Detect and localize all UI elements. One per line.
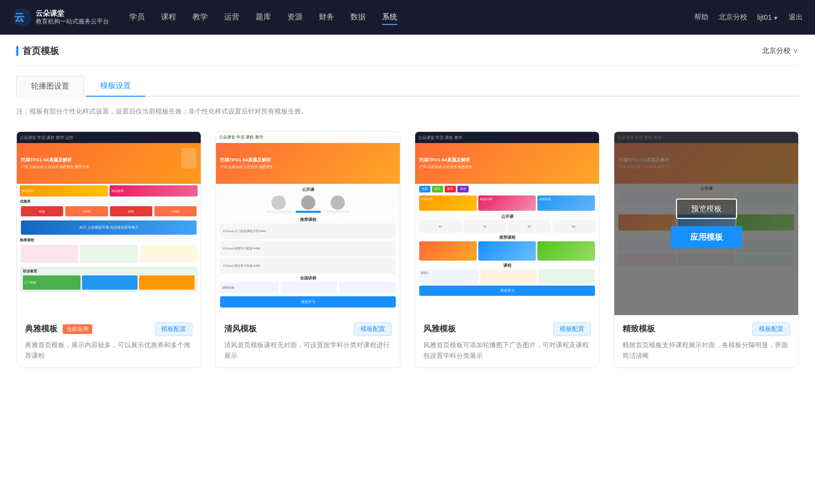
section-title-teacher: 全国讲师 <box>216 273 400 282</box>
page-header: 首页模板 北京分校 <box>16 35 799 66</box>
nav-course[interactable]: 课程 <box>161 10 176 25</box>
ad-banners-1: 新品课程 精品推荐 <box>17 184 201 198</box>
template-preview-dianyan: 云朵课堂 学员 课程 教学 运营 托福TPO1-54真题及解析沪深 品质达成·心… <box>17 132 201 315</box>
preview-mock-2: 云朵课堂 学员 课程 教学 托福TPO1-54真题及解析沪深 品质达成·心目追求… <box>216 132 400 315</box>
section-title-recommend: 推荐课程 <box>216 215 400 223</box>
template-footer-dianyan: 典雅模板 当前应用 模板配置 典雅首页模板，展示内容较多，可以展示优惠券和多个推… <box>17 315 201 368</box>
template-preview-qingfeng: 云朵课堂 学员 课程 教学 托福TPO1-54真题及解析沪深 品质达成·心目追求… <box>216 132 400 315</box>
mock-header-2: 云朵课堂 学员 课程 教学 <box>216 132 400 143</box>
nav-exam[interactable]: 题库 <box>256 10 271 25</box>
template-name-row-3: 风雅模板 模板配置 <box>423 322 591 336</box>
nav-data[interactable]: 数据 <box>350 10 366 25</box>
section-course-3: 课程 <box>415 261 599 269</box>
navbar: 云 云朵课堂 教育机构一站式服务云平台 学员 课程 教学 运营 题库 资源 财务… <box>0 0 815 35</box>
template-name-dianyan: 典雅模板 <box>25 324 58 334</box>
course-thumb-1 <box>21 245 78 263</box>
preview-mock-1: 云朵课堂 学员 课程 教学 运营 托福TPO1-54真题及解析沪深 品质达成·心… <box>17 132 201 315</box>
preview-mock-3: 云朵课堂 学员 课程 教学 托福TPO1-54真题及解析沪深 品质达成·心目追求… <box>415 132 599 315</box>
template-footer-qingfeng: 清风模板 模板配置 清风首页模板课程无封面，可设置按学科分类对课程进行展示 <box>216 315 400 368</box>
nav-operate[interactable]: 运营 <box>224 10 239 25</box>
branch-selector[interactable]: 北京分校 <box>762 46 799 55</box>
mock-banner-2: 托福TPO1-54真题及解析沪深 品质达成·心目追求·感恩师生 <box>216 143 400 184</box>
tag-2: 语文 <box>432 186 443 192</box>
course-row-3: 课程1 <box>415 269 599 284</box>
course-section-title-1: 推荐课程 <box>17 237 201 243</box>
note: 注：模板有部分个性化样式设置，设置后仅当前模板生效；非个性化样式设置后针对所有模… <box>16 107 799 116</box>
logo-icon: 云 <box>12 8 32 27</box>
mock-banner2-1: 30天 让你摆脱平庸 知识使你更有魅力 <box>21 220 197 235</box>
template-qingfeng: 云朵课堂 学员 课程 教学 托福TPO1-54真题及解析沪深 品质达成·心目追求… <box>215 131 400 368</box>
template-preview-fengya: 云朵课堂 学员 课程 教学 托福TPO1-54真题及解析沪深 品质达成·心目追求… <box>415 132 599 315</box>
nav-students[interactable]: 学员 <box>129 10 145 25</box>
help-link[interactable]: 帮助 <box>694 13 709 22</box>
template-name-row-4: 精致模板 模板配置 <box>622 322 790 336</box>
stat-row-3: ¥0 ¥1 ¥0 ¥0 <box>415 220 599 233</box>
mock-banner-1: 托福TPO1-54真题及解析沪深 品质达成·心目追求·感恩师生·携手共筑 <box>17 143 201 184</box>
vouchers-1: ¥30 +200 ¥30 +200 <box>17 204 201 218</box>
voucher-title: 优惠券 <box>17 198 201 204</box>
config-btn-dianyan[interactable]: 模板配置 <box>155 322 193 336</box>
recommend-row-3 <box>415 241 599 261</box>
course-thumb-3 <box>140 245 197 263</box>
banner-text-3: 托福TPO1-54真题及解析沪深 品质达成·心目追求·感恩师生 <box>419 157 472 170</box>
nav-finance[interactable]: 财务 <box>319 10 334 25</box>
nav-resource[interactable]: 资源 <box>287 10 303 25</box>
tab-template[interactable]: 模板设置 <box>86 76 145 97</box>
mock-banner-3: 托福TPO1-54真题及解析沪深 品质达成·心目追求·感恩师生 <box>415 143 599 184</box>
banner-text-2: 托福TPO1-54真题及解析沪深 品质达成·心目追求·感恩师生 <box>220 157 273 170</box>
nav-teach[interactable]: 教学 <box>193 10 208 25</box>
preview-template-button[interactable]: 预览模板 <box>676 199 737 219</box>
tag-1: 全部 <box>419 186 430 192</box>
teacher-list-2: 讲师名称 <box>216 282 400 293</box>
nav-system[interactable]: 系统 <box>382 10 397 25</box>
template-fengya: 云朵课堂 学员 课程 教学 托福TPO1-54真题及解析沪深 品质达成·心目追求… <box>415 131 600 368</box>
template-desc-fengya: 风雅首页模板可添加轮播图下广告图片，可对课程及课程包设置学科分类展示 <box>423 340 591 361</box>
course-rows-1 <box>17 243 201 265</box>
template-name-row-2: 清风模板 模板配置 <box>224 322 392 336</box>
tag-3: 数学 <box>445 186 456 192</box>
apply-template-button[interactable]: 应用模板 <box>671 226 742 248</box>
template-desc-dianyan: 典雅首页模板，展示内容较多，可以展示优惠券和多个推荐课程 <box>25 340 193 361</box>
tag-4: 英语 <box>457 186 469 192</box>
person-row-2 <box>216 193 400 215</box>
template-dianyan: 云朵课堂 学员 课程 教学 运营 托福TPO1-54真题及解析沪深 品质达成·心… <box>16 131 201 368</box>
template-jingzhi: 云朵课堂 学员 课程 教学 托福TPO1-54真题及解析沪深 品质达成·心目追求… <box>614 131 799 368</box>
hover-overlay: 预览模板 应用模板 <box>614 132 798 315</box>
section-public-3: 公开课 <box>415 212 599 220</box>
template-preview-jingzhi: 云朵课堂 学员 课程 教学 托福TPO1-54真题及解析沪深 品质达成·心目追求… <box>614 132 798 315</box>
nav-right: 帮助 北京分校 lijt01 退出 <box>694 13 803 22</box>
template-name-jingzhi: 精致模板 <box>622 324 655 334</box>
section-title-public: 公开课 <box>216 184 400 193</box>
recommend-list-2: PyTorch入门实战课程介绍 ¥499 PyTorch深度学习框架 ¥499 … <box>216 223 400 273</box>
banner-text-1: 托福TPO1-54真题及解析沪深 品质达成·心目追求·感恩师生·携手共筑 <box>21 157 89 170</box>
template-footer-jingzhi: 精致模板 模板配置 精致首页模板支持课程展示封面，各模板分隔明显，界面简洁清晰 <box>614 315 798 368</box>
ad-row-3: 全科特惠 精选好课 名师讲堂 <box>415 194 599 212</box>
branch-link[interactable]: 北京分校 <box>719 13 747 22</box>
template-desc-qingfeng: 清风首页模板课程无封面，可设置按学科分类对课程进行展示 <box>224 340 392 361</box>
course-thumb-2 <box>80 245 137 263</box>
config-btn-fengya[interactable]: 模板配置 <box>553 322 591 336</box>
logo-text: 云朵课堂 教育机构一站式服务云平台 <box>36 9 109 26</box>
logo[interactable]: 云 云朵课堂 教育机构一站式服务云平台 <box>12 8 109 27</box>
current-badge-dianyan: 当前应用 <box>63 324 92 334</box>
svg-text:云: 云 <box>14 12 24 23</box>
template-grid: 云朵课堂 学员 课程 教学 运营 托福TPO1-54真题及解析沪深 品质达成·心… <box>16 131 799 368</box>
template-desc-jingzhi: 精致首页模板支持课程展示封面，各模板分隔明显，界面简洁清晰 <box>622 340 790 361</box>
page-title: 首页模板 <box>16 45 59 57</box>
mock-header-3: 云朵课堂 学员 课程 教学 <box>415 132 599 143</box>
config-btn-qingfeng[interactable]: 模板配置 <box>354 322 392 336</box>
job-section-1: 职业教育 人工智能 <box>20 267 198 292</box>
config-btn-jingzhi[interactable]: 模板配置 <box>752 322 790 336</box>
page-content: 首页模板 北京分校 轮播图设置 模板设置 注：模板有部分个性化样式设置，设置后仅… <box>0 35 815 504</box>
template-footer-fengya: 风雅模板 模板配置 风雅首页模板可添加轮播图下广告图片，可对课程及课程包设置学科… <box>415 315 599 368</box>
nav-items: 学员 课程 教学 运营 题库 资源 财务 数据 系统 <box>129 10 694 25</box>
template-name-fengya: 风雅模板 <box>423 324 456 334</box>
study-btn-2: 报名学习 <box>220 296 396 307</box>
logout-link[interactable]: 退出 <box>789 13 803 22</box>
tab-carousel[interactable]: 轮播图设置 <box>16 76 84 97</box>
mock-header-1: 云朵课堂 学员 课程 教学 运营 <box>17 132 201 143</box>
study-btn-3: 报名学习 <box>419 286 595 296</box>
template-name-qingfeng: 清风模板 <box>224 324 257 334</box>
user-dropdown[interactable]: lijt01 <box>757 13 778 21</box>
template-name-row-1: 典雅模板 当前应用 模板配置 <box>25 322 193 336</box>
